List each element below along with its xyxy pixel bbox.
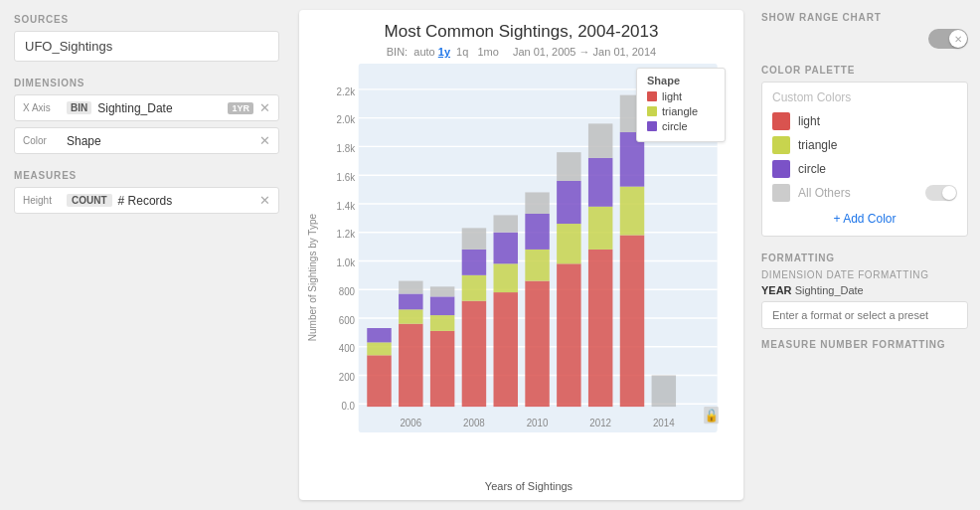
bin-tag: BIN xyxy=(67,101,91,114)
svg-text:2010: 2010 xyxy=(527,416,549,428)
light-color-label: light xyxy=(798,114,820,128)
chart-main: 0.0 200 400 600 800 1.0k 1.2k 1.4k 1.6k … xyxy=(322,64,735,492)
svg-text:1.6k: 1.6k xyxy=(337,170,356,183)
right-panel: SHOW RANGE CHART ✕ COLOR PALETTE Custom … xyxy=(749,0,980,510)
color-item-light[interactable]: light xyxy=(772,112,957,130)
legend-item-light: light xyxy=(647,90,715,102)
color-palette-label: COLOR PALETTE xyxy=(761,65,968,76)
svg-text:2006: 2006 xyxy=(400,416,421,428)
svg-rect-40 xyxy=(494,292,518,407)
left-panel: SOURCES UFO_Sightings DIMENSIONS X Axis … xyxy=(0,0,293,510)
measures-label: MEASURES xyxy=(14,170,279,181)
light-color-swatch xyxy=(772,112,790,130)
dim-date-format-label: DIMENSION DATE FORMATTING xyxy=(761,269,968,280)
toggle-track[interactable]: ✕ xyxy=(928,29,968,49)
year-tag: YEAR xyxy=(761,284,792,296)
range-chart-toggle[interactable]: ✕ xyxy=(928,29,968,49)
color-close-icon[interactable]: ✕ xyxy=(259,133,270,148)
dimension-row-xaxis[interactable]: X Axis BIN Sighting_Date 1YR ✕ xyxy=(14,94,279,121)
svg-rect-25 xyxy=(367,355,391,407)
svg-rect-53 xyxy=(588,207,612,250)
svg-rect-47 xyxy=(525,192,549,214)
chart-area: Number of Sightings by Type xyxy=(307,64,735,492)
svg-text:1.0k: 1.0k xyxy=(337,255,356,268)
svg-text:1.2k: 1.2k xyxy=(337,228,356,241)
all-others-swatch xyxy=(772,184,790,202)
source-value[interactable]: UFO_Sightings xyxy=(14,31,279,62)
bin-label: BIN: xyxy=(387,46,410,58)
y-axis-label: Number of Sightings by Type xyxy=(307,214,318,341)
range-chart-row: ✕ xyxy=(761,29,968,49)
format-input[interactable] xyxy=(761,301,968,329)
x-axis-label: Years of Sightings xyxy=(322,480,735,492)
svg-rect-51 xyxy=(557,152,580,181)
svg-text:2008: 2008 xyxy=(463,416,485,428)
svg-rect-31 xyxy=(399,281,422,294)
bin-1mo[interactable]: 1mo xyxy=(477,46,498,58)
svg-rect-27 xyxy=(367,328,391,342)
svg-rect-35 xyxy=(430,286,454,296)
xaxis-label: X Axis xyxy=(23,102,61,113)
svg-rect-54 xyxy=(588,158,612,207)
svg-text:800: 800 xyxy=(339,284,355,297)
svg-rect-43 xyxy=(494,215,518,232)
legend-label-triangle: triangle xyxy=(662,105,698,117)
svg-rect-30 xyxy=(399,294,422,310)
triangle-swatch xyxy=(647,106,657,116)
add-color-button[interactable]: + Add Color xyxy=(772,210,957,228)
bin-auto[interactable]: auto xyxy=(413,46,434,58)
all-others-row: All Others xyxy=(772,184,957,202)
dimensions-section: DIMENSIONS X Axis BIN Sighting_Date 1YR … xyxy=(14,78,279,154)
color-label: Color xyxy=(23,135,61,146)
measures-section: MEASURES Height COUNT # Records ✕ xyxy=(14,170,279,214)
all-others-toggle[interactable] xyxy=(925,185,957,201)
svg-text:2.2k: 2.2k xyxy=(337,85,356,97)
legend-label-light: light xyxy=(662,90,682,102)
year-badge: 1YR xyxy=(228,102,253,114)
svg-rect-33 xyxy=(430,315,454,331)
all-others-label: All Others xyxy=(798,186,917,200)
bin-1q[interactable]: 1q xyxy=(456,46,468,58)
xaxis-close-icon[interactable]: ✕ xyxy=(259,100,270,115)
bin-1y[interactable]: 1y xyxy=(438,46,450,58)
svg-text:2014: 2014 xyxy=(653,416,675,428)
svg-text:2012: 2012 xyxy=(589,416,611,428)
color-item-circle[interactable]: circle xyxy=(772,160,957,178)
svg-rect-56 xyxy=(620,236,644,408)
color-item-triangle[interactable]: triangle xyxy=(772,136,957,154)
svg-rect-57 xyxy=(620,187,644,236)
light-swatch xyxy=(647,91,657,101)
dimension-row-color[interactable]: Color Shape ✕ xyxy=(14,127,279,154)
svg-text:1.4k: 1.4k xyxy=(337,199,356,212)
custom-colors-title: Custom Colors xyxy=(772,90,957,104)
formatting-label: FORMATTING xyxy=(761,253,968,263)
svg-rect-42 xyxy=(494,233,518,264)
measure-row-height[interactable]: Height COUNT # Records ✕ xyxy=(14,187,279,214)
measure-format-label: MEASURE NUMBER FORMATTING xyxy=(761,339,968,350)
chart-bin-row: BIN: auto 1y 1q 1mo Jan 01, 2005 → Jan 0… xyxy=(307,46,735,58)
svg-text:2.0k: 2.0k xyxy=(337,113,356,126)
height-label: Height xyxy=(23,195,61,206)
svg-rect-37 xyxy=(462,275,486,301)
svg-rect-28 xyxy=(399,324,422,407)
show-range-label: SHOW RANGE CHART xyxy=(761,12,968,23)
legend-item-circle: circle xyxy=(647,120,715,132)
count-badge: COUNT xyxy=(67,194,112,207)
color-value: Shape xyxy=(67,134,253,148)
sighting-date-label: Sighting_Date xyxy=(795,284,864,296)
svg-rect-39 xyxy=(462,228,486,250)
toggle-x-icon: ✕ xyxy=(954,34,962,45)
svg-rect-50 xyxy=(557,181,580,224)
svg-rect-26 xyxy=(367,342,391,355)
year-sighting-label: YEAR Sighting_Date xyxy=(761,284,968,296)
svg-rect-49 xyxy=(557,224,580,263)
circle-swatch xyxy=(647,121,657,131)
svg-text:🔒: 🔒 xyxy=(705,407,719,423)
chart-title: Most Common Sightings, 2004-2013 xyxy=(307,22,735,42)
chart-legend: Shape light triangle circle xyxy=(636,68,726,142)
height-close-icon[interactable]: ✕ xyxy=(259,193,270,208)
svg-rect-45 xyxy=(525,250,549,281)
circle-color-swatch xyxy=(772,160,790,178)
date-range: Jan 01, 2005 → Jan 01, 2014 xyxy=(513,46,656,58)
chart-svg: 0.0 200 400 600 800 1.0k 1.2k 1.4k 1.6k … xyxy=(322,64,735,478)
